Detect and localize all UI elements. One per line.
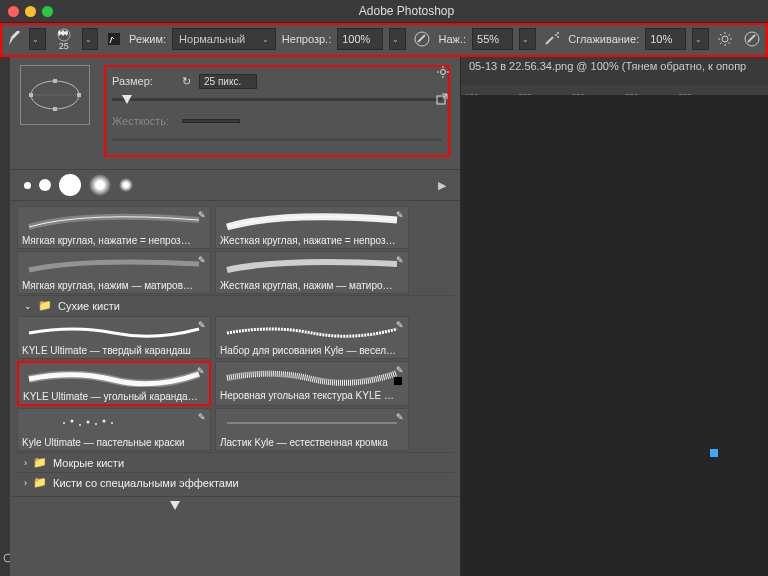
chevron-down-icon: ⌄ [24, 301, 32, 311]
brush-size-display: 25 [59, 41, 69, 51]
thumbnail-size-slider[interactable] [10, 496, 460, 515]
app-title: Adobe Photoshop [53, 4, 760, 18]
svg-point-36 [103, 420, 106, 423]
tool-preset-chevron[interactable]: ⌄ [29, 28, 45, 50]
svg-rect-20 [29, 93, 33, 97]
smoothing-gear-icon[interactable] [715, 27, 736, 51]
opacity-label: Непрозр.: [282, 33, 331, 45]
chevron-right-icon: › [24, 458, 27, 468]
selection-handle[interactable] [710, 449, 718, 457]
pressure-size-icon[interactable] [741, 27, 762, 51]
edit-brush-icon[interactable]: ✎ [396, 412, 404, 422]
brush-preset[interactable]: ✎ Мягкая круглая, нажатие = непроз… [17, 206, 211, 249]
zoom-window-button[interactable] [42, 6, 53, 17]
folder-wet-brushes[interactable]: › 📁 Мокрые кисти [16, 452, 454, 472]
folder-icon: 📁 [33, 456, 47, 469]
edit-brush-icon[interactable]: ✎ [396, 255, 404, 265]
popout-icon[interactable] [436, 93, 448, 107]
size-slider[interactable] [112, 93, 442, 107]
smoothing-chevron[interactable]: ⌄ [692, 28, 708, 50]
svg-line-12 [728, 43, 730, 45]
brush-grid: ✎ Мягкая круглая, нажатие = непроз… ✎ Же… [10, 201, 460, 496]
brush-list-right-arrow[interactable]: ▶ [438, 179, 446, 192]
brush-panel: Размер: ↻ 25 пикс. Жесткость: [10, 57, 461, 576]
brush-preset-selected[interactable]: ✎ KYLE Ultimate — угольный каранда… [17, 361, 211, 406]
brush-size-presets: ▶ [10, 169, 460, 201]
minimize-window-button[interactable] [25, 6, 36, 17]
tool-preset-picker[interactable] [6, 29, 23, 49]
svg-line-11 [720, 34, 722, 36]
svg-point-5 [557, 36, 559, 38]
brush-preset[interactable]: ✎ Жесткая круглая, нажатие = непроз… [215, 206, 409, 249]
svg-point-0 [58, 29, 70, 41]
brush-preset[interactable]: ✎ KYLE Ultimate — твердый карандаш [17, 316, 211, 359]
edit-brush-icon[interactable]: ✎ [396, 365, 404, 375]
svg-point-2 [415, 32, 429, 46]
size-preset-4[interactable] [89, 174, 111, 196]
smoothing-input[interactable]: 10% [645, 28, 686, 50]
svg-rect-1 [108, 33, 120, 45]
svg-line-30 [443, 94, 447, 98]
mode-label: Режим: [129, 33, 166, 45]
brush-settings-toggle[interactable] [104, 28, 123, 50]
svg-point-4 [557, 32, 559, 34]
brush-preset[interactable]: ✎ Ластик Kyle — естественная кромка [215, 408, 409, 451]
svg-point-32 [71, 420, 74, 423]
close-window-button[interactable] [8, 6, 19, 17]
svg-point-33 [79, 424, 81, 426]
brush-size-controls: Размер: ↻ 25 пикс. Жесткость: [104, 65, 450, 157]
folder-dry-brushes[interactable]: ⌄ 📁 Сухие кисти [16, 295, 454, 315]
document-area: 05-13 в 22.56.34.png @ 100% (Тянем обрат… [461, 57, 768, 576]
svg-rect-23 [53, 107, 57, 111]
pressure-opacity-icon[interactable] [412, 27, 433, 51]
brush-preset[interactable]: ✎ Kyle Ultimate — пастельные краски [17, 408, 211, 451]
brush-tip-preview[interactable] [20, 65, 90, 125]
flow-input[interactable]: 55% [472, 28, 513, 50]
brush-preset-chevron[interactable]: ⌄ [82, 28, 98, 50]
folder-icon: 📁 [33, 476, 47, 489]
svg-point-31 [63, 422, 65, 424]
edit-brush-icon[interactable]: ✎ [198, 210, 206, 220]
airbrush-icon[interactable] [542, 27, 563, 51]
brush-preset[interactable]: ✎ Неровная угольная текстура KYLE … [215, 361, 409, 406]
svg-point-35 [95, 423, 97, 425]
folder-fx-brushes[interactable]: › 📁 Кисти со специальными эффектами [16, 472, 454, 492]
brush-preset[interactable]: ✎ Набор для рисования Kyle — весел… [215, 316, 409, 359]
size-preset-1[interactable] [24, 182, 31, 189]
opacity-chevron[interactable]: ⌄ [389, 28, 405, 50]
svg-rect-22 [53, 79, 57, 83]
size-value-input[interactable]: 25 пикс. [199, 74, 257, 89]
tools-strip [0, 57, 10, 576]
edit-brush-icon[interactable]: ✎ [396, 210, 404, 220]
edit-brush-icon[interactable]: ✎ [197, 366, 205, 376]
svg-point-37 [111, 422, 113, 424]
edit-brush-icon[interactable]: ✎ [198, 255, 206, 265]
svg-line-13 [720, 43, 722, 45]
document-tab[interactable]: 05-13 в 22.56.34.png @ 100% (Тянем обрат… [461, 57, 768, 85]
hardness-value-input [182, 119, 240, 123]
size-preset-3[interactable] [59, 174, 81, 196]
size-preset-2[interactable] [39, 179, 51, 191]
brush-preset-picker[interactable]: 25 [52, 27, 76, 51]
edit-brush-icon[interactable]: ✎ [396, 320, 404, 330]
panel-gear-icon[interactable] [436, 65, 450, 81]
smoothing-label: Сглаживание: [568, 33, 639, 45]
edit-brush-icon[interactable]: ✎ [198, 412, 206, 422]
brush-preset[interactable]: ✎ Жесткая круглая, нажим — матиро… [215, 251, 409, 294]
chevron-right-icon: › [24, 478, 27, 488]
options-bar: ⌄ 25 ⌄ Режим: Нормальный⌄ Непрозр.: 100%… [0, 23, 768, 57]
flow-chevron[interactable]: ⌄ [519, 28, 535, 50]
svg-point-18 [31, 81, 79, 109]
window-controls [8, 6, 53, 17]
blend-mode-select[interactable]: Нормальный⌄ [172, 28, 276, 50]
svg-point-34 [87, 421, 90, 424]
hardness-slider [112, 133, 442, 147]
opacity-input[interactable]: 100% [337, 28, 383, 50]
canvas[interactable] [461, 95, 768, 576]
svg-point-6 [722, 36, 728, 42]
brush-preset[interactable]: ✎ Мягкая круглая, нажим — матиров… [17, 251, 211, 294]
edit-brush-icon[interactable]: ✎ [198, 320, 206, 330]
reset-size-icon[interactable]: ↻ [182, 75, 191, 88]
size-preset-5[interactable] [119, 178, 133, 192]
size-label: Размер: [112, 75, 174, 87]
